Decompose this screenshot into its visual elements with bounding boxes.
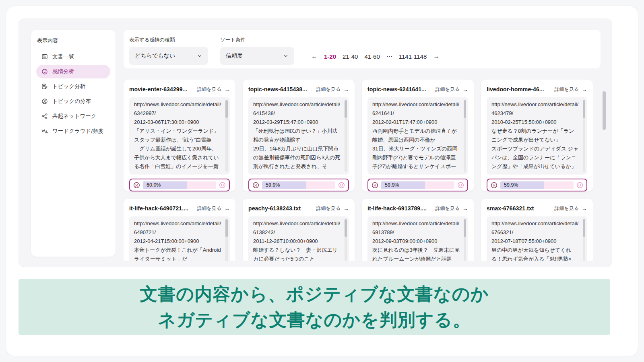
sidebar-item-label: 共起ネットワーク [52,113,97,120]
document-content[interactable]: http://news.livedoor.com/article/detail/… [487,97,587,175]
sentiment-analysis-icon [41,68,48,75]
app-window: 表示内容 文書一覧 感情分析 トピック分析 [6,6,638,356]
toolbar: 表示する感情の種類 どちらでもない ソート条件 信頼度 [124,30,601,68]
sentiment-progress-bar: 59.9% [262,181,335,189]
sidebar-item-document-list[interactable]: 文書一覧 [36,50,110,64]
sidebar-item-topic-distribution[interactable]: トピックの分布 [36,95,110,108]
detail-link-label: 詳細を見る [316,205,341,212]
sentiment-progress-bar: 59.9% [500,181,574,189]
sidebar-item-label: 文書一覧 [52,53,74,60]
document-content[interactable]: http://news.livedoor.com/article/detail/… [248,97,349,175]
content-scrollbar-thumb[interactable] [583,219,585,237]
content-scrollbar-thumb[interactable] [464,100,466,118]
document-content[interactable]: http://news.livedoor.com/article/detail/… [248,216,349,261]
sentiment-gauge: 59.9% [248,179,349,191]
detail-link[interactable]: 詳細を見る → [554,205,587,212]
sentiment-score: 59.9% [385,182,399,188]
happy-face-icon [457,181,464,189]
content-scrollbar-thumb[interactable] [225,100,228,118]
page-range-3[interactable]: 41-60 [364,53,380,60]
arrow-right-icon: → [343,205,349,212]
sidebar-item-label: トピック分析 [52,83,85,90]
happy-face-icon [576,181,584,189]
detail-link[interactable]: 詳細を見る → [316,205,349,212]
detail-link-label: 詳細を見る [316,86,341,93]
sidebar: 表示内容 文書一覧 感情分析 トピック分析 [31,30,116,257]
sidebar-item-cooccurrence-network[interactable]: 共起ネットワーク [36,109,110,123]
document-card: topic-news-6415438... 詳細を見る → http://new… [243,80,355,191]
caption-line-1: 文書の内容から、ポジティブな文書なのか [140,281,489,307]
document-text: http://news.livedoor.com/article/detail/… [491,100,579,171]
document-text: http://news.livedoor.com/article/detail/… [253,219,341,261]
sort-select[interactable]: 信頼度 [220,47,294,65]
content-scrollbar-thumb[interactable] [583,100,585,118]
document-content[interactable]: http://news.livedoor.com/article/detail/… [367,97,468,175]
cooccurrence-network-icon [41,113,48,120]
document-content[interactable]: http://news.livedoor.com/article/detail/… [487,216,587,261]
content-scrollbar-thumb[interactable] [345,219,347,237]
arrow-right-icon: → [343,86,349,93]
sentiment-gauge: 59.9% [487,179,587,191]
detail-link[interactable]: 詳細を見る → [435,205,468,212]
sad-face-icon [371,181,379,189]
sentiment-score: 60.0% [147,182,161,188]
chevron-down-icon [283,53,289,59]
content-scrollbar[interactable] [225,219,228,261]
sentiment-filter-group: 表示する感情の種類 どちらでもない [129,37,208,65]
main-scrollbar-thumb[interactable] [603,91,606,130]
sidebar-item-wordcloud-frequency[interactable]: ワードクラウド/頻度 [36,124,110,138]
document-title: livedoor-homme-46... [487,86,544,93]
detail-link[interactable]: 詳細を見る → [435,86,468,93]
document-title: peachy-6138243.txt [248,205,301,212]
sentiment-filter-label: 表示する感情の種類 [129,37,208,43]
document-card: peachy-6138243.txt 詳細を見る → http://news.l… [243,199,355,261]
sentiment-progress-bar: 59.9% [381,181,454,189]
cards-grid: movie-enter-634299... 詳細を見る → http://new… [124,80,593,261]
sidebar-item-sentiment-analysis[interactable]: 感情分析 [36,65,110,78]
content-scrollbar-thumb[interactable] [464,219,466,237]
sort-value: 信頼度 [226,52,243,60]
document-title: topic-news-6241641... [367,86,426,93]
content-scrollbar[interactable] [464,100,466,172]
sentiment-type-select[interactable]: どちらでもない [129,47,208,65]
document-content[interactable]: http://news.livedoor.com/article/detail/… [129,97,230,175]
happy-face-icon [338,181,345,189]
prev-page-arrow-icon[interactable]: ← [311,53,318,60]
detail-link[interactable]: 詳細を見る → [316,86,349,93]
arrow-right-icon: → [582,205,587,212]
sidebar-item-topic-analysis[interactable]: トピック分析 [36,80,110,93]
content-scrollbar[interactable] [583,100,585,172]
chevron-down-icon [197,53,202,59]
sad-face-icon [490,181,498,189]
arrow-right-icon: → [462,86,468,93]
sidebar-header: 表示内容 [37,37,110,44]
content-scrollbar-thumb[interactable] [225,219,228,237]
sidebar-item-label: トピックの分布 [52,98,91,105]
document-card: smax-6766321.txt 詳細を見る → http://news.liv… [481,199,593,261]
detail-link-label: 詳細を見る [554,86,579,93]
page-range-1[interactable]: 1-20 [324,53,336,60]
detail-link[interactable]: 詳細を見る → [197,86,230,93]
content-scrollbar[interactable] [225,100,228,172]
content-scrollbar[interactable] [345,100,347,172]
detail-link[interactable]: 詳細を見る → [554,86,587,93]
document-card: topic-news-6241641... 詳細を見る → http://new… [362,80,474,191]
content-scrollbar-thumb[interactable] [345,100,347,118]
document-title: it-life-hack-6913789.... [367,205,427,212]
document-card: it-life-hack-6913789.... 詳細を見る → http://… [362,199,474,261]
content-scrollbar[interactable] [345,219,347,261]
content-scrollbar[interactable] [583,219,585,261]
document-card: it-life-hack-6490721.... 詳細を見る → http://… [124,199,235,261]
document-content[interactable]: http://news.livedoor.com/article/detail/… [367,216,468,261]
page-range-last[interactable]: 1141-1148 [399,53,427,60]
next-page-arrow-icon[interactable]: → [433,53,440,60]
document-text: http://news.livedoor.com/article/detail/… [372,219,460,261]
sentiment-type-value: どちらでもない [135,52,175,60]
topic-distribution-icon [41,98,48,105]
content-scrollbar[interactable] [464,219,466,261]
detail-link[interactable]: 詳細を見る → [197,205,230,212]
detail-link-label: 詳細を見る [435,86,460,93]
document-content[interactable]: http://news.livedoor.com/article/detail/… [129,216,230,261]
page-range-2[interactable]: 21-40 [343,53,358,60]
document-text: http://news.livedoor.com/article/detail/… [134,100,222,171]
